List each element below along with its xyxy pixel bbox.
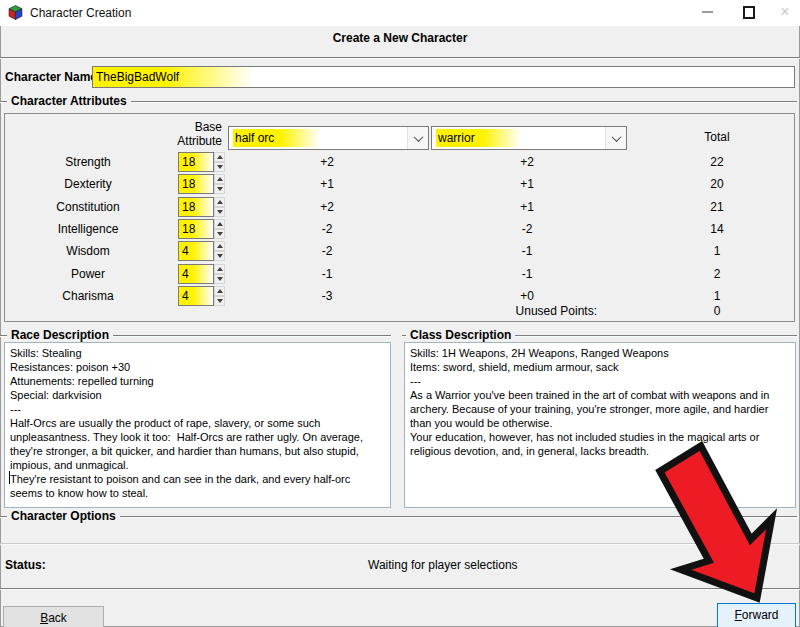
spin-up-button[interactable]: [214, 174, 225, 184]
race-modifier: +1: [290, 173, 364, 195]
race-select-dropdown-button[interactable]: [407, 127, 428, 149]
attributes-group-label: Character Attributes: [7, 94, 131, 108]
character-name-label: Character Name:: [5, 70, 101, 84]
button-bar-separator: [0, 588, 800, 590]
spin-up-icon: [217, 267, 223, 271]
base-attribute-spinner[interactable]: [178, 219, 225, 239]
attribute-total: 21: [682, 196, 752, 218]
text-cursor: [9, 471, 10, 484]
base-attribute-spinner[interactable]: [178, 174, 225, 194]
total-header: Total: [682, 130, 752, 144]
attribute-row-strength: Strength +2 +2 22: [0, 151, 791, 173]
attribute-total: 2: [682, 263, 752, 285]
maximize-button[interactable]: [732, 0, 766, 24]
close-icon: ×: [780, 4, 789, 20]
title-bar[interactable]: Character Creation ×: [0, 0, 800, 26]
base-attribute-input[interactable]: [178, 286, 214, 306]
race-description-label: Race Description: [7, 328, 113, 342]
class-description-box[interactable]: Skills: 1H Weapons, 2H Weapons, Ranged W…: [404, 342, 796, 508]
attribute-label: Dexterity: [14, 173, 162, 195]
base-attribute-input[interactable]: [178, 264, 214, 284]
base-attribute-input[interactable]: [178, 219, 214, 239]
character-options-label: Character Options: [7, 509, 120, 523]
character-name-input[interactable]: [92, 66, 795, 88]
attribute-total: 1: [682, 240, 752, 262]
class-select-dropdown-button[interactable]: [605, 127, 626, 149]
attribute-label: Strength: [14, 151, 162, 173]
status-value: Waiting for player selections: [368, 558, 518, 572]
spin-down-icon: [217, 210, 223, 214]
spin-down-button[interactable]: [214, 162, 225, 172]
forward-button[interactable]: Forward: [717, 603, 796, 627]
race-modifier: -1: [290, 263, 364, 285]
spin-up-icon: [217, 244, 223, 248]
attribute-row-wisdom: Wisdom -2 -1 1: [0, 240, 791, 262]
attribute-total: 22: [682, 151, 752, 173]
spin-down-button[interactable]: [214, 296, 225, 306]
class-description-label: Class Description: [406, 328, 515, 342]
close-button[interactable]: ×: [768, 0, 800, 24]
minimize-button[interactable]: [690, 0, 724, 24]
back-button[interactable]: Back: [3, 606, 104, 627]
spin-down-icon: [217, 299, 223, 303]
spin-up-button[interactable]: [214, 241, 225, 251]
attribute-label: Power: [14, 263, 162, 285]
race-description-text: Skills: Stealing Resistances: poison +30…: [5, 343, 390, 503]
class-select[interactable]: warrior: [431, 126, 627, 150]
attribute-label: Charisma: [14, 285, 162, 307]
spin-down-icon: [217, 277, 223, 281]
spin-down-button[interactable]: [214, 207, 225, 217]
spin-down-icon: [217, 165, 223, 169]
base-attribute-input[interactable]: [178, 241, 214, 261]
base-attribute-input[interactable]: [178, 174, 214, 194]
spin-down-button[interactable]: [214, 184, 225, 194]
spin-down-icon: [217, 232, 223, 236]
race-modifier: -2: [290, 240, 364, 262]
race-modifier: +2: [290, 151, 364, 173]
spin-up-icon: [217, 177, 223, 181]
spin-down-button[interactable]: [214, 229, 225, 239]
chevron-down-icon: [611, 132, 621, 142]
attribute-total: 14: [682, 218, 752, 240]
attribute-label: Intelligence: [14, 218, 162, 240]
base-attribute-spinner[interactable]: [178, 197, 225, 217]
attribute-row-dexterity: Dexterity +1 +1 20: [0, 173, 791, 195]
spin-up-button[interactable]: [214, 219, 225, 229]
spin-down-icon: [217, 254, 223, 258]
race-modifier: -3: [290, 285, 364, 307]
spin-up-button[interactable]: [214, 152, 225, 162]
unused-points-value: 0: [682, 304, 752, 318]
class-modifier: +1: [490, 173, 564, 195]
spin-down-button[interactable]: [214, 274, 225, 284]
page-title: Create a New Character: [0, 31, 800, 45]
header-separator: [0, 57, 800, 59]
attribute-label: Constitution: [14, 196, 162, 218]
race-description-box[interactable]: Skills: Stealing Resistances: poison +30…: [4, 342, 391, 508]
base-attribute-spinner[interactable]: [178, 286, 225, 306]
base-attribute-spinner[interactable]: [178, 264, 225, 284]
spin-up-button[interactable]: [214, 286, 225, 296]
base-attribute-input[interactable]: [178, 197, 214, 217]
race-select-value: half orc: [233, 129, 320, 147]
class-description-text: Skills: 1H Weapons, 2H Weapons, Ranged W…: [405, 343, 795, 461]
spin-up-button[interactable]: [214, 197, 225, 207]
spin-down-button[interactable]: [214, 251, 225, 261]
base-attribute-header: Base Attribute: [160, 120, 222, 148]
base-attribute-input[interactable]: [178, 152, 214, 172]
minimize-icon: [702, 11, 713, 13]
chevron-down-icon: [413, 132, 423, 142]
base-attribute-spinner[interactable]: [178, 241, 225, 261]
spin-up-icon: [217, 222, 223, 226]
attribute-row-constitution: Constitution +2 +1 21: [0, 196, 791, 218]
spin-up-button[interactable]: [214, 264, 225, 274]
class-modifier: -1: [490, 240, 564, 262]
attribute-row-power: Power -1 -1 2: [0, 263, 791, 285]
window-title: Character Creation: [30, 6, 131, 20]
base-attribute-spinner[interactable]: [178, 152, 225, 172]
class-modifier: -1: [490, 263, 564, 285]
attribute-row-intelligence: Intelligence -2 -2 14: [0, 218, 791, 240]
race-select[interactable]: half orc: [228, 126, 429, 150]
attribute-total: 20: [682, 173, 752, 195]
spin-up-icon: [217, 289, 223, 293]
maximize-icon: [743, 6, 755, 19]
